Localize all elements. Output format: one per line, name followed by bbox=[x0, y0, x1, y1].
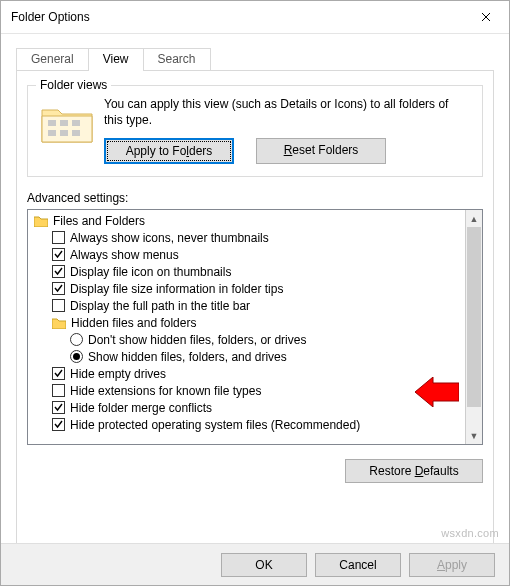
tab-general[interactable]: General bbox=[16, 48, 89, 70]
tree-item[interactable]: Always show menus bbox=[30, 246, 465, 263]
checkbox-icon bbox=[52, 367, 65, 380]
restore-defaults-button[interactable]: Restore Defaults bbox=[345, 459, 483, 483]
scroll-up-icon[interactable]: ▲ bbox=[466, 210, 482, 227]
tree-scrollbar[interactable]: ▲ ▼ bbox=[465, 210, 482, 444]
tree-item[interactable]: Hide protected operating system files (R… bbox=[30, 416, 465, 433]
folder-views-title: Folder views bbox=[36, 78, 111, 92]
window-title: Folder Options bbox=[11, 10, 463, 24]
checkbox-icon bbox=[52, 418, 65, 431]
folder-icon bbox=[52, 317, 66, 329]
folder-views-text: You can apply this view (such as Details… bbox=[104, 96, 470, 128]
tab-search[interactable]: Search bbox=[143, 48, 211, 70]
watermark: wsxdn.com bbox=[441, 527, 499, 539]
radio-show-hidden[interactable]: Show hidden files, folders, and drives bbox=[30, 348, 465, 365]
radio-icon bbox=[70, 333, 83, 346]
tree-item[interactable]: Display file icon on thumbnails bbox=[30, 263, 465, 280]
checkbox-icon bbox=[52, 231, 65, 244]
folder-options-window: Folder Options General View Search Folde… bbox=[0, 0, 510, 586]
svg-rect-1 bbox=[60, 120, 68, 126]
folder-icon bbox=[34, 215, 48, 227]
checkbox-icon bbox=[52, 384, 65, 397]
tree-group-files-folders: Files and Folders bbox=[30, 212, 465, 229]
svg-rect-0 bbox=[48, 120, 56, 126]
ok-button[interactable]: OK bbox=[221, 553, 307, 577]
radio-dont-show-hidden[interactable]: Don't show hidden files, folders, or dri… bbox=[30, 331, 465, 348]
radio-icon bbox=[70, 350, 83, 363]
scrollbar-thumb[interactable] bbox=[467, 227, 481, 407]
svg-rect-3 bbox=[48, 130, 56, 136]
tree-item[interactable]: Always show icons, never thumbnails bbox=[30, 229, 465, 246]
apply-to-folders-button[interactable]: Apply to Folders bbox=[104, 138, 234, 164]
checkbox-icon bbox=[52, 248, 65, 261]
tree-item[interactable]: Hide empty drives bbox=[30, 365, 465, 382]
titlebar: Folder Options bbox=[1, 1, 509, 33]
checkbox-icon bbox=[52, 401, 65, 414]
cancel-button[interactable]: Cancel bbox=[315, 553, 401, 577]
scroll-down-icon[interactable]: ▼ bbox=[466, 427, 482, 444]
close-button[interactable] bbox=[463, 1, 509, 33]
dialog-button-bar: OK Cancel Apply bbox=[1, 543, 509, 585]
svg-rect-2 bbox=[72, 120, 80, 126]
apply-button[interactable]: Apply bbox=[409, 553, 495, 577]
advanced-settings-tree[interactable]: Files and Folders Always show icons, nev… bbox=[27, 209, 483, 445]
close-icon bbox=[481, 12, 491, 22]
svg-rect-5 bbox=[72, 130, 80, 136]
tree-item[interactable]: Hide extensions for known file types bbox=[30, 382, 465, 399]
folder-view-icon bbox=[40, 102, 94, 146]
tree-item[interactable]: Hide folder merge conflicts bbox=[30, 399, 465, 416]
checkbox-icon bbox=[52, 299, 65, 312]
tab-view[interactable]: View bbox=[88, 48, 144, 71]
reset-folders-button[interactable]: Reset Folders bbox=[256, 138, 386, 164]
folder-views-group: Folder views You can apply this view (su… bbox=[27, 85, 483, 177]
tree-item[interactable]: Display the full path in the title bar bbox=[30, 297, 465, 314]
svg-rect-4 bbox=[60, 130, 68, 136]
tree-item[interactable]: Display file size information in folder … bbox=[30, 280, 465, 297]
tab-panel-view: Folder views You can apply this view (su… bbox=[16, 70, 494, 544]
advanced-settings-label: Advanced settings: bbox=[27, 191, 483, 205]
tabs: General View Search bbox=[16, 48, 494, 70]
tree-group-hidden: Hidden files and folders bbox=[30, 314, 465, 331]
checkbox-icon bbox=[52, 282, 65, 295]
checkbox-icon bbox=[52, 265, 65, 278]
